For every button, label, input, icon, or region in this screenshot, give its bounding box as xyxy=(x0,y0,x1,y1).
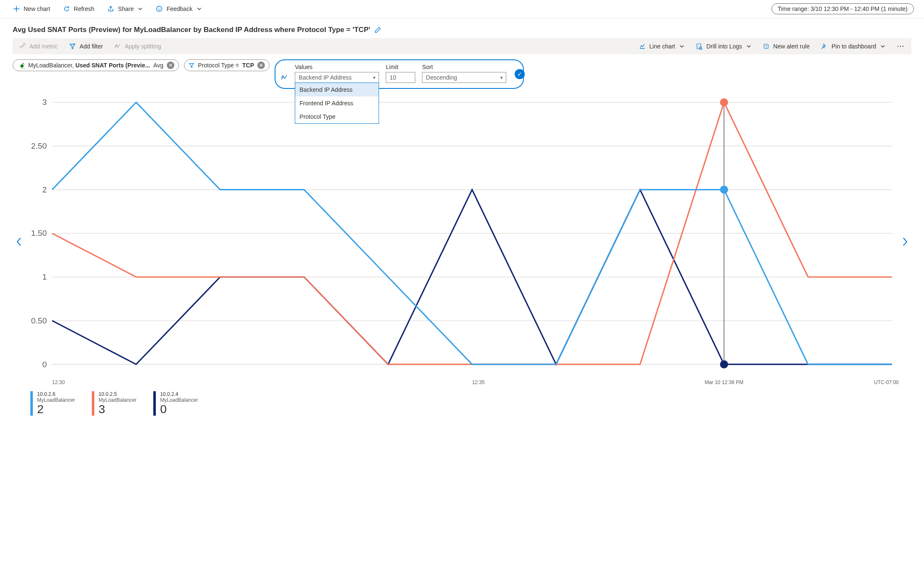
svg-text:1.50: 1.50 xyxy=(31,229,47,238)
add-metric-button[interactable]: Add metric xyxy=(17,42,59,51)
svg-point-25 xyxy=(720,98,728,106)
remove-filter-button[interactable]: ✕ xyxy=(257,61,265,69)
svg-text:2: 2 xyxy=(42,185,47,194)
values-label: Values xyxy=(295,64,379,70)
x-tick-label: 12:35 xyxy=(472,379,485,385)
alert-icon xyxy=(762,43,770,50)
feedback-button[interactable]: Feedback xyxy=(153,3,204,14)
chevron-down-icon xyxy=(880,44,885,49)
next-chart-button[interactable] xyxy=(899,96,911,388)
smiley-icon xyxy=(155,5,163,13)
metric-chip[interactable]: MyLoadBalancer, Used SNAT Ports (Previe.… xyxy=(13,59,179,71)
add-metric-label: Add metric xyxy=(29,43,58,50)
line-chart-svg[interactable]: 00.5011.5022.503 xyxy=(25,96,899,378)
chart-type-button[interactable]: Line chart xyxy=(637,42,686,51)
time-range-label: Time range: 3/10 12:30 PM - 12:40 PM (1 … xyxy=(778,5,908,12)
values-select[interactable] xyxy=(295,72,379,83)
new-chart-label: New chart xyxy=(24,5,50,12)
legend-item[interactable]: 10.0.2.6 MyLoadBalancer 2 xyxy=(30,391,75,416)
svg-point-24 xyxy=(720,186,728,194)
share-icon xyxy=(107,5,115,13)
chevron-down-icon xyxy=(197,6,202,11)
dropdown-item-protocol-type[interactable]: Protocol Type xyxy=(295,110,379,123)
svg-point-26 xyxy=(720,360,728,368)
limit-input[interactable] xyxy=(386,72,415,83)
new-alert-rule-label: New alert rule xyxy=(773,43,809,50)
legend: 10.0.2.6 MyLoadBalancer 2 10.0.2.5 MyLoa… xyxy=(0,388,924,424)
legend-last-value: 3 xyxy=(99,403,136,416)
remove-metric-button[interactable]: ✕ xyxy=(167,61,174,69)
apply-splitting-label: Apply splitting xyxy=(125,43,161,50)
legend-item[interactable]: 10.0.2.4 MyLoadBalancer 0 xyxy=(153,391,198,416)
sort-select[interactable] xyxy=(422,72,506,83)
top-toolbar: New chart Refresh Share Feedback xyxy=(0,0,924,18)
plus-icon xyxy=(13,5,20,13)
chart-type-label: Line chart xyxy=(649,43,675,50)
pin-to-dashboard-label: Pin to dashboard xyxy=(831,43,876,50)
chevron-down-icon xyxy=(746,44,751,49)
share-label: Share xyxy=(118,5,134,12)
legend-last-value: 0 xyxy=(160,403,198,416)
legend-series-name: 10.0.2.6 xyxy=(37,391,75,397)
add-filter-button[interactable]: Add filter xyxy=(67,42,104,51)
legend-color-bar xyxy=(30,391,33,416)
legend-resource-name: MyLoadBalancer xyxy=(99,397,136,403)
svg-point-2 xyxy=(160,8,161,9)
filter-icon xyxy=(189,62,195,68)
values-dropdown: Backend IP Address Frontend IP Address P… xyxy=(295,83,379,124)
legend-resource-name: MyLoadBalancer xyxy=(37,397,75,403)
drill-into-logs-button[interactable]: Drill into Logs xyxy=(694,42,753,51)
add-filter-label: Add filter xyxy=(80,43,103,50)
refresh-button[interactable]: Refresh xyxy=(60,3,97,14)
timezone-label: UTC-07:00 xyxy=(874,379,899,385)
metric-name-label: Used SNAT Ports (Previe... xyxy=(75,62,150,69)
more-button[interactable]: ··· xyxy=(895,43,907,50)
chart-area: 00.5011.5022.503 12:3012:35Mar 10 12:38 … xyxy=(13,96,911,388)
pin-to-dashboard-button[interactable]: Pin to dashboard xyxy=(819,42,887,51)
metric-resource-label: MyLoadBalancer, xyxy=(28,62,74,69)
filter-value-label: TCP xyxy=(242,62,254,69)
split-config-pill: Values ▾ Backend IP Address Frontend IP … xyxy=(275,59,524,89)
svg-text:1: 1 xyxy=(42,272,47,281)
legend-color-bar xyxy=(153,391,156,416)
legend-last-value: 2 xyxy=(37,403,75,416)
svg-text:0: 0 xyxy=(42,360,47,369)
chart-title-row: Avg Used SNAT Ports (Preview) for MyLoad… xyxy=(0,18,924,38)
chevron-down-icon xyxy=(679,44,684,49)
share-button[interactable]: Share xyxy=(104,3,145,14)
feedback-label: Feedback xyxy=(166,5,192,12)
pin-icon xyxy=(820,43,828,50)
split-icon xyxy=(280,74,288,81)
legend-color-bar xyxy=(92,391,94,416)
add-metric-icon xyxy=(19,43,26,50)
dropdown-item-frontend-ip[interactable]: Frontend IP Address xyxy=(295,96,379,110)
chart-toolbar: Add metric Add filter Apply splitting Li… xyxy=(13,38,911,54)
new-alert-rule-button[interactable]: New alert rule xyxy=(761,42,811,51)
chips-row: MyLoadBalancer, Used SNAT Ports (Previe.… xyxy=(0,54,924,91)
dropdown-item-backend-ip[interactable]: Backend IP Address xyxy=(295,83,379,96)
drill-into-logs-label: Drill into Logs xyxy=(706,43,742,50)
prev-chart-button[interactable] xyxy=(13,96,25,388)
time-range-picker[interactable]: Time range: 3/10 12:30 PM - 12:40 PM (1 … xyxy=(772,3,914,14)
resource-icon xyxy=(17,61,25,69)
legend-item[interactable]: 10.0.2.5 MyLoadBalancer 3 xyxy=(92,391,136,416)
edit-icon[interactable] xyxy=(374,27,381,33)
apply-splitting-button[interactable]: Apply splitting xyxy=(112,42,163,51)
new-chart-button[interactable]: New chart xyxy=(10,3,53,14)
sort-label: Sort xyxy=(422,64,506,70)
filter-icon xyxy=(69,43,76,50)
hover-time-label: Mar 10 12:38 PM xyxy=(705,379,743,385)
legend-series-name: 10.0.2.5 xyxy=(99,391,136,397)
legend-series-name: 10.0.2.4 xyxy=(160,391,198,397)
chevron-down-icon xyxy=(138,6,143,11)
logs-icon xyxy=(695,43,703,50)
chart-title: Avg Used SNAT Ports (Preview) for MyLoad… xyxy=(13,26,370,34)
line-chart-icon xyxy=(638,43,646,50)
x-tick-label: 12:30 xyxy=(52,379,65,385)
filter-chip[interactable]: Protocol Type = TCP ✕ xyxy=(184,59,270,71)
svg-text:3: 3 xyxy=(42,98,47,107)
svg-text:0.50: 0.50 xyxy=(31,316,47,325)
apply-split-button[interactable]: ✓ xyxy=(515,69,525,79)
svg-text:2.50: 2.50 xyxy=(31,142,47,150)
metric-agg-label: Avg xyxy=(153,62,163,69)
